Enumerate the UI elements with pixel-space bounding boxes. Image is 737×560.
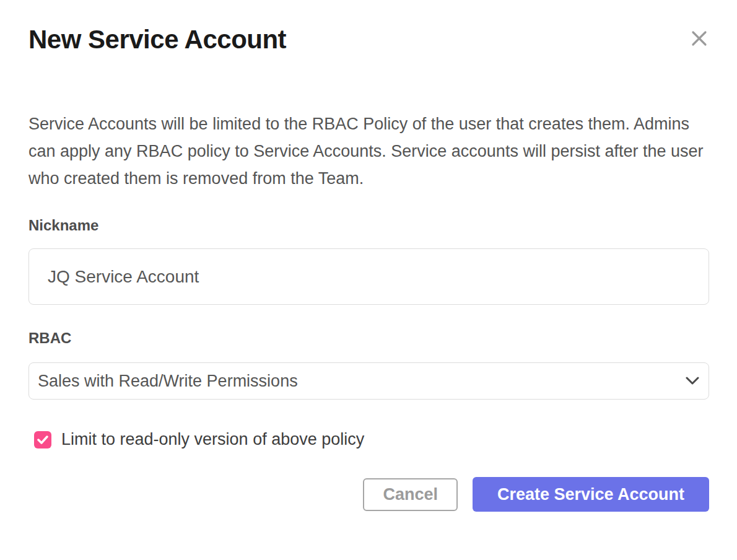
create-service-account-button[interactable]: Create Service Account — [473, 477, 709, 512]
modal-footer: Cancel Create Service Account — [28, 477, 709, 512]
cancel-button[interactable]: Cancel — [363, 478, 458, 511]
rbac-label: RBAC — [28, 330, 709, 347]
read-only-checkbox-row[interactable]: Limit to read-only version of above poli… — [34, 430, 709, 449]
read-only-checkbox-label: Limit to read-only version of above poli… — [61, 430, 364, 449]
new-service-account-modal: New Service Account Service Accounts wil… — [0, 0, 737, 560]
modal-header: New Service Account — [28, 24, 709, 56]
read-only-checkbox[interactable] — [34, 431, 51, 448]
close-icon — [689, 28, 709, 48]
nickname-label: Nickname — [28, 217, 709, 234]
modal-description: Service Accounts will be limited to the … — [28, 110, 709, 192]
close-button[interactable] — [689, 28, 709, 48]
checkmark-icon — [37, 435, 48, 444]
rbac-select-wrap: Sales with Read/Write Permissions — [28, 362, 709, 400]
rbac-select[interactable]: Sales with Read/Write Permissions — [28, 362, 709, 400]
modal-title: New Service Account — [28, 24, 286, 56]
nickname-input[interactable] — [28, 248, 709, 305]
